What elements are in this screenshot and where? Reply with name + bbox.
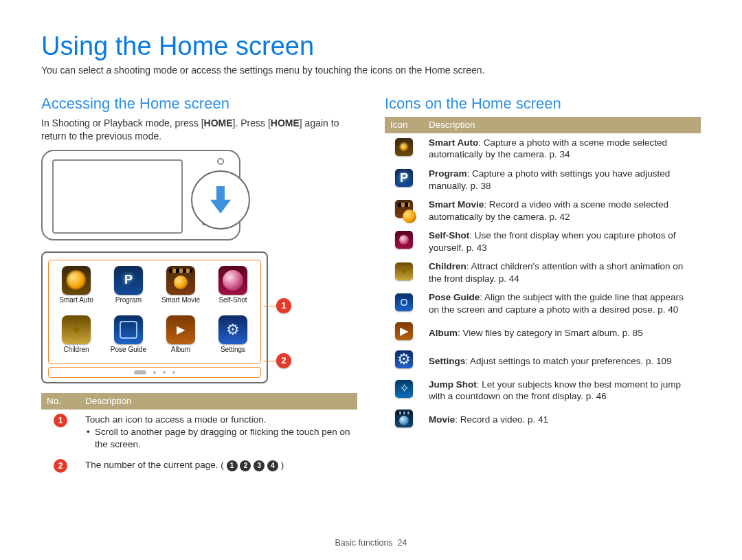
app-label: Settings <box>210 346 256 361</box>
icon-name: Album <box>429 328 458 338</box>
pager-dot-icon <box>153 371 156 374</box>
page-dot-2: 2 <box>240 460 251 471</box>
left-intro: In Shooting or Playback mode, press [HOM… <box>41 117 357 143</box>
row1-bullet: Scroll to another page by dragging or fl… <box>85 426 352 451</box>
intro-home-2: HOME <box>271 117 300 128</box>
zoom-circle <box>191 170 250 229</box>
ic-child-icon <box>62 315 91 344</box>
icon-name: Pose Guide <box>429 292 480 302</box>
ic-settings-icon <box>218 315 247 344</box>
app-label: Album <box>157 346 204 361</box>
page-title: Using the Home screen <box>41 33 701 60</box>
th-icon: Icon <box>385 117 423 133</box>
ic-smovie-icon <box>395 200 413 218</box>
num-badge-1: 1 <box>54 414 67 427</box>
app-label: Pose Guide <box>105 346 152 361</box>
table-row: 1 Touch an icon to access a mode or func… <box>41 410 357 456</box>
icon-name: Self-Shot <box>429 230 469 240</box>
app-item: Children <box>53 315 100 361</box>
right-heading: Icons on the Home screen <box>385 95 701 113</box>
app-label: Children <box>53 346 100 361</box>
app-label: Smart Movie <box>157 296 204 311</box>
ic-smart-icon <box>62 266 91 295</box>
ic-self-icon <box>395 231 413 249</box>
icon-name: Jump Shot <box>429 379 477 390</box>
pager-dot-icon <box>172 371 175 374</box>
icon-name: Settings <box>429 356 465 366</box>
ic-child-icon <box>395 262 413 280</box>
left-table: No. Description 1 Touch an icon to acces… <box>41 393 357 478</box>
page-footer: Basic functions 24 <box>0 538 742 548</box>
icon-desc: : Record a video. p. 41 <box>455 414 548 425</box>
app-item: Self-Shot <box>210 266 256 311</box>
app-label: Smart Auto <box>53 296 100 311</box>
icon-name: Movie <box>429 414 455 425</box>
table-row: Settings: Adjust settings to match your … <box>385 347 701 375</box>
app-item: Smart Movie <box>157 266 204 311</box>
arrow-down-icon <box>210 186 231 214</box>
app-item: Smart Auto <box>53 266 100 311</box>
icon-name: Smart Auto <box>429 137 478 148</box>
app-item: Pose Guide <box>105 315 152 361</box>
intro-mid: ]. Press [ <box>233 117 271 128</box>
th-no: No. <box>41 393 80 410</box>
th-desc: Description <box>423 117 701 133</box>
app-label: Program <box>105 296 152 311</box>
table-row: Pose Guide: Align the subject with the g… <box>385 288 701 319</box>
ic-smovie-icon <box>166 266 195 295</box>
ic-jump-icon <box>395 380 413 398</box>
home-screen-mock: Smart AutoProgramSmart MovieSelf-ShotChi… <box>41 251 295 383</box>
table-row: Self-Shot: Use the front display when yo… <box>385 226 701 257</box>
num-badge-2: 2 <box>54 459 67 473</box>
app-item: Settings <box>210 315 256 361</box>
ic-pose-icon <box>114 315 143 344</box>
row1-line1: Touch an icon to access a mode or functi… <box>85 414 352 426</box>
icon-name: Program <box>429 168 467 179</box>
ic-self-icon <box>218 266 247 295</box>
ic-album-icon <box>395 322 413 340</box>
intro-pre: In Shooting or Playback mode, press [ <box>41 117 204 128</box>
icon-desc: : View files by category in Smart album.… <box>458 328 643 338</box>
ic-album-icon <box>166 315 195 344</box>
intro-home-1: HOME <box>204 117 233 128</box>
table-row: Children: Attract children's attention w… <box>385 257 701 288</box>
camera-illustration <box>41 150 357 240</box>
row2-post: ) <box>281 460 284 470</box>
icon-desc: : Attract children's attention with a sh… <box>429 261 683 284</box>
ic-prog-icon <box>395 169 413 187</box>
th-desc: Description <box>80 393 357 410</box>
ic-pose-icon <box>395 293 413 311</box>
page-dot-3: 3 <box>254 460 265 471</box>
icon-name: Children <box>429 261 466 271</box>
left-heading: Accessing the Home screen <box>41 95 357 113</box>
callout-1: 1 <box>276 298 291 313</box>
table-row: Smart Auto: Capture a photo with a scene… <box>385 133 701 164</box>
page-dot-1: 1 <box>227 460 238 471</box>
callout-2: 2 <box>276 353 291 368</box>
page-dot-4: 4 <box>267 460 278 471</box>
lead-text: You can select a shooting mode or access… <box>41 65 701 76</box>
pager-current-icon <box>134 370 146 374</box>
table-row: Album: View files by category in Smart a… <box>385 319 701 347</box>
ic-prog-icon <box>114 266 143 295</box>
app-item: Album <box>157 315 204 361</box>
app-label: Self-Shot <box>210 296 256 311</box>
table-row: Jump Shot: Let your subjects know the be… <box>385 375 701 406</box>
icon-desc: : Adjust settings to match your preferen… <box>465 356 671 366</box>
table-row: Smart Movie: Record a video with a scene… <box>385 195 701 226</box>
icons-table: Icon Description Smart Auto: Capture a p… <box>385 117 701 434</box>
pager <box>48 367 261 378</box>
ic-settings-icon <box>395 350 413 368</box>
apps-area: Smart AutoProgramSmart MovieSelf-ShotChi… <box>48 260 261 364</box>
table-row: Program: Capture a photo with settings y… <box>385 164 701 195</box>
footer-section: Basic functions <box>335 538 393 548</box>
footer-page: 24 <box>398 538 407 548</box>
icon-name: Smart Movie <box>429 199 484 210</box>
row2-pre: The number of the current page. ( <box>85 460 224 470</box>
ic-movie-icon <box>395 410 413 427</box>
ic-smart-icon <box>395 138 413 156</box>
table-row: Movie: Record a video. p. 41 <box>385 406 701 434</box>
app-item: Program <box>105 266 152 311</box>
pager-dot-icon <box>163 371 166 374</box>
table-row: 2 The number of the current page. ( 1 2 … <box>41 455 357 477</box>
